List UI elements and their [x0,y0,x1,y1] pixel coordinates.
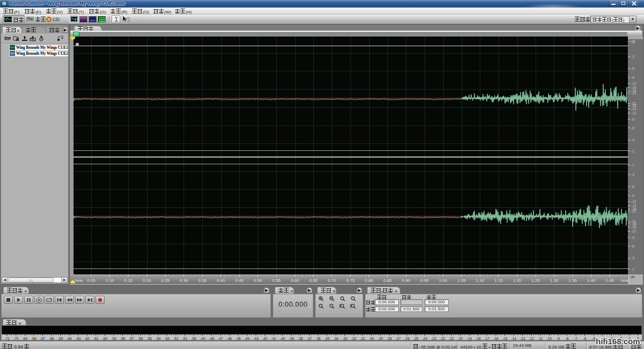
svg-text:-21: -21 [449,337,454,340]
svg-text:-58: -58 [120,337,126,340]
svg-text:-12: -12 [631,200,636,203]
svg-text:0.30: 0.30 [180,278,188,283]
svg-text:-3: -3 [631,173,634,177]
svg-text:0.45: 0.45 [235,278,244,283]
svg-text:-9: -9 [631,194,634,198]
svg-text:-21: -21 [631,209,636,213]
svg-text:-30: -30 [369,337,374,340]
svg-text:-65: -65 [58,337,63,340]
svg-text:-16: -16 [493,337,499,340]
svg-text:1.15: 1.15 [494,278,503,283]
svg-text:-40: -40 [280,337,286,340]
svg-text:-9: -9 [557,337,560,340]
svg-text:dB: dB [631,275,634,279]
svg-text:-1: -1 [631,149,634,153]
svg-text:-13: -13 [520,337,525,340]
svg-text:-12: -12 [631,82,636,85]
svg-text:-9: -9 [631,236,634,239]
svg-text:-64: -64 [67,337,72,340]
svg-text:-49: -49 [200,337,206,340]
svg-text:0.90: 0.90 [402,278,411,283]
svg-text:-21: -21 [631,220,636,223]
svg-text:-37: -37 [307,337,312,340]
svg-text:-28: -28 [387,337,392,340]
svg-text:0.25: 0.25 [161,278,170,283]
svg-text:-12: -12 [631,229,636,233]
svg-text:-14: -14 [511,337,516,340]
svg-text:-18: -18 [475,337,481,340]
svg-text:-25: -25 [413,337,419,340]
svg-text:1.10: 1.10 [476,278,485,283]
svg-text:-21: -21 [631,101,636,105]
svg-text:-44: -44 [245,337,250,340]
svg-text:-12: -12 [529,337,535,340]
svg-text:0.70: 0.70 [328,278,336,283]
svg-text:-11: -11 [538,337,543,340]
svg-text:0.60: 0.60 [291,278,299,283]
svg-text:-20: -20 [458,337,463,340]
svg-text:-6: -6 [631,67,634,70]
svg-text:-36: -36 [316,337,321,340]
svg-text:-43: -43 [253,337,259,340]
svg-text:-55: -55 [147,337,152,340]
svg-text:1.45: 1.45 [605,278,614,283]
svg-text:0.15: 0.15 [124,278,133,283]
svg-text:-53: -53 [165,337,170,340]
svg-text:-67: -67 [40,337,46,340]
svg-text:0.35: 0.35 [198,278,207,283]
svg-text:1.25: 1.25 [531,278,540,283]
svg-text:-26: -26 [405,337,410,340]
svg-text:-59: -59 [111,337,116,340]
svg-text:-3: -3 [631,55,634,59]
svg-text:0.85: 0.85 [383,278,392,283]
svg-text:0.65: 0.65 [309,278,318,283]
svg-text:-29: -29 [378,337,383,340]
svg-text:-24: -24 [422,337,428,340]
svg-text:hms: hms [75,278,83,283]
svg-text:-27: -27 [396,337,401,340]
svg-text:0.40: 0.40 [217,278,225,283]
svg-text:-46: -46 [226,337,232,340]
svg-text:-45: -45 [236,337,241,340]
svg-text:-23: -23 [431,337,436,340]
svg-text:-6: -6 [631,244,634,248]
svg-text:-22: -22 [440,337,445,340]
svg-text:dB: dB [631,40,635,43]
svg-text:-42: -42 [262,337,268,340]
svg-text:-68: -68 [31,337,36,340]
svg-text:-21: -21 [631,91,636,95]
svg-text:-9: -9 [631,76,634,79]
svg-text:0.50: 0.50 [254,278,262,283]
svg-text:-9: -9 [631,118,634,121]
svg-text:0.95: 0.95 [420,278,429,283]
svg-text:1.40: 1.40 [587,278,596,283]
svg-text:-32: -32 [351,337,356,340]
svg-text:-3: -3 [631,138,634,142]
svg-text:-69: -69 [23,337,28,340]
svg-text:1.30: 1.30 [550,278,559,283]
svg-text:-17: -17 [485,337,490,340]
svg-text:-35: -35 [325,337,330,340]
svg-text:hms: hms [621,278,629,283]
svg-text:-33: -33 [342,337,348,340]
svg-text:0.55: 0.55 [272,278,281,283]
svg-text:-15: -15 [502,337,508,340]
svg-text:-61: -61 [93,337,99,340]
svg-text:-56: -56 [138,337,143,340]
svg-text:-38: -38 [298,337,303,340]
svg-text:0.20: 0.20 [143,278,151,283]
svg-text:-8: -8 [566,337,569,340]
svg-text:-7: -7 [574,337,577,340]
svg-text:-39: -39 [289,337,294,340]
svg-text:1.35: 1.35 [568,278,577,283]
svg-text:-52: -52 [173,337,179,340]
svg-text:-34: -34 [333,337,339,340]
svg-text:-60: -60 [103,337,108,340]
svg-text:1.20: 1.20 [513,278,522,283]
svg-text:-41: -41 [271,337,276,340]
svg-text:-1: -1 [631,163,634,167]
svg-text:1.05: 1.05 [457,278,466,283]
svg-text:-31: -31 [360,337,365,340]
svg-text:-19: -19 [467,337,472,340]
svg-text:-50: -50 [191,337,196,340]
